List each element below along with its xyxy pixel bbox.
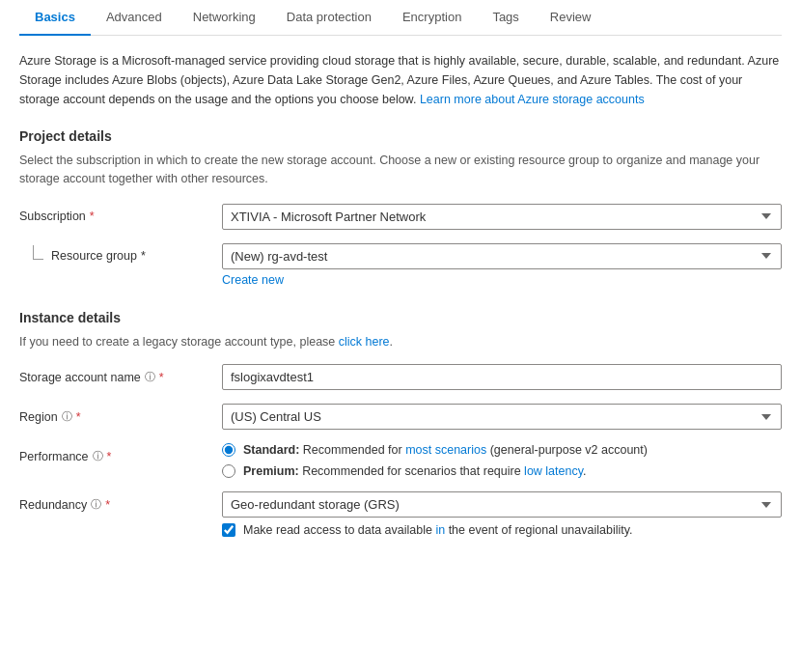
redundancy-group: Redundancy ⓘ * Geo-redundant storage (GR…	[19, 491, 782, 537]
performance-group: Performance ⓘ * Standard: Recommended fo…	[19, 443, 782, 478]
redundancy-required: *	[105, 498, 110, 512]
project-details-title: Project details	[19, 128, 782, 144]
tab-advanced[interactable]: Advanced	[91, 0, 178, 36]
redundancy-checkbox-item: Make read access to data available in th…	[222, 523, 782, 537]
description-text: Azure Storage is a Microsoft-managed ser…	[19, 54, 779, 106]
resource-group-select[interactable]: (New) rg-avd-test	[222, 243, 782, 269]
subscription-label: Subscription *	[19, 204, 222, 223]
subscription-select[interactable]: XTIVIA - Microsoft Partner Network	[222, 204, 782, 230]
storage-name-info-icon[interactable]: ⓘ	[145, 370, 155, 384]
region-control: (US) Central US	[222, 404, 782, 430]
storage-account-name-label: Storage account name ⓘ *	[19, 364, 222, 384]
legacy-storage-text: If you need to create a legacy storage a…	[19, 333, 782, 351]
resource-group-control: (New) rg-avd-test Create new	[222, 243, 782, 287]
storage-account-name-group: Storage account name ⓘ *	[19, 364, 782, 390]
page-description: Azure Storage is a Microsoft-managed ser…	[19, 51, 782, 109]
region-select[interactable]: (US) Central US	[222, 404, 782, 430]
region-info-icon[interactable]: ⓘ	[62, 409, 72, 424]
performance-required: *	[107, 450, 112, 463]
redundancy-label: Redundancy ⓘ *	[19, 491, 222, 512]
subscription-required: *	[90, 210, 95, 223]
resource-group-group: Resource group * (New) rg-avd-test Creat…	[19, 243, 782, 287]
performance-info-icon[interactable]: ⓘ	[93, 449, 103, 463]
performance-radio-group: Standard: Recommended for most scenarios…	[222, 443, 782, 478]
redundancy-select[interactable]: Geo-redundant storage (GRS)	[222, 491, 782, 518]
resource-group-label: Resource group *	[19, 243, 222, 263]
read-access-checkbox[interactable]	[222, 523, 235, 537]
region-group: Region ⓘ * (US) Central US	[19, 404, 782, 430]
resource-group-required: *	[141, 249, 146, 263]
redundancy-control: Geo-redundant storage (GRS) Make read ac…	[222, 491, 782, 537]
performance-premium-item: Premium: Recommended for scenarios that …	[222, 464, 782, 478]
performance-label: Performance ⓘ *	[19, 443, 222, 463]
tab-review[interactable]: Review	[535, 0, 607, 36]
learn-more-link[interactable]: Learn more about Azure storage accounts	[420, 93, 645, 106]
tab-bar: Basics Advanced Networking Data protecti…	[19, 0, 782, 36]
tab-data-protection[interactable]: Data protection	[271, 0, 387, 36]
project-details-desc: Select the subscription in which to crea…	[19, 152, 782, 188]
read-access-label[interactable]: Make read access to data available in th…	[243, 523, 633, 537]
storage-name-required: *	[159, 371, 164, 384]
tab-tags[interactable]: Tags	[477, 0, 534, 36]
performance-premium-radio[interactable]	[222, 464, 235, 478]
tab-encryption[interactable]: Encryption	[387, 0, 477, 36]
performance-control: Standard: Recommended for most scenarios…	[222, 443, 782, 478]
performance-standard-label[interactable]: Standard: Recommended for most scenarios…	[243, 443, 648, 457]
storage-account-name-input[interactable]	[222, 364, 782, 390]
performance-standard-item: Standard: Recommended for most scenarios…	[222, 443, 782, 457]
region-required: *	[76, 410, 81, 424]
performance-standard-radio[interactable]	[222, 443, 235, 457]
performance-premium-label[interactable]: Premium: Recommended for scenarios that …	[243, 464, 587, 478]
redundancy-info-icon[interactable]: ⓘ	[91, 497, 101, 512]
create-new-link[interactable]: Create new	[222, 273, 782, 287]
instance-details-title: Instance details	[19, 310, 782, 325]
tab-basics[interactable]: Basics	[19, 0, 91, 36]
storage-account-name-control	[222, 364, 782, 390]
click-here-link[interactable]: click here	[339, 335, 390, 349]
subscription-control: XTIVIA - Microsoft Partner Network	[222, 204, 782, 230]
tab-networking[interactable]: Networking	[178, 0, 271, 36]
region-label: Region ⓘ *	[19, 404, 222, 424]
subscription-group: Subscription * XTIVIA - Microsoft Partne…	[19, 204, 782, 230]
